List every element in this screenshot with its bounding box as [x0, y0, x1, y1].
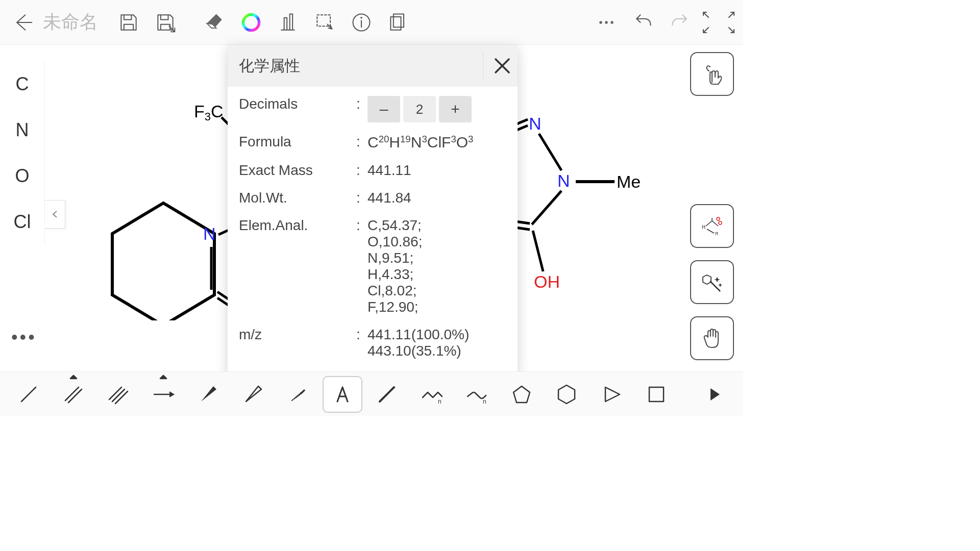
triangle-tool[interactable]: [589, 374, 634, 414]
hash-bond-tool[interactable]: [276, 374, 321, 414]
svg-line-29: [21, 387, 36, 402]
hollow-wedge-tool[interactable]: [231, 374, 276, 414]
atom-cl-button[interactable]: Cl: [0, 199, 45, 245]
svg-marker-28: [703, 275, 711, 284]
svg-marker-53: [710, 388, 720, 400]
svg-rect-20: [390, 17, 401, 30]
bottom-toolbar-next[interactable]: [692, 374, 737, 414]
elem-anal-label: Elem.Anal.: [239, 217, 356, 315]
formula-label: Formula: [239, 134, 356, 151]
svg-point-15: [243, 14, 259, 30]
info-button[interactable]: [343, 4, 380, 41]
copy-button[interactable]: [380, 4, 416, 41]
atom-n-button[interactable]: N: [0, 107, 45, 153]
svg-line-13: [533, 231, 543, 271]
eraser-button[interactable]: [196, 4, 233, 41]
wedge-bond-tool[interactable]: [186, 374, 231, 414]
formula-value: C20H19N3ClF3O3: [368, 134, 506, 151]
label-me: Me: [617, 172, 641, 191]
svg-point-21: [599, 21, 602, 24]
decimals-decrement[interactable]: –: [368, 96, 400, 122]
mz-value: 441.11(100.0%) 443.10(35.1%): [368, 327, 506, 359]
gesture-tool-button[interactable]: [690, 52, 734, 96]
single-bond-tool[interactable]: [6, 374, 51, 414]
decimals-stepper: – 2 +: [368, 96, 472, 122]
atom-palette: C N O Cl: [0, 61, 45, 245]
exact-mass-label: Exact Mass: [239, 162, 356, 179]
mol-wt-value: 441.84: [368, 190, 506, 206]
svg-rect-19: [394, 14, 404, 27]
chain-tool-2[interactable]: n: [454, 374, 499, 414]
svg-line-12: [516, 228, 530, 230]
color-picker-button[interactable]: [233, 4, 270, 41]
auto-style-button[interactable]: [690, 260, 734, 304]
atom-c-button[interactable]: C: [0, 61, 45, 107]
svg-marker-50: [558, 385, 575, 404]
svg-point-26: [719, 221, 722, 224]
svg-line-45: [301, 390, 304, 393]
svg-line-10: [532, 191, 561, 224]
decimals-increment[interactable]: +: [439, 96, 472, 122]
svg-point-18: [360, 17, 362, 19]
elem-anal-value: C,54.37; O,10.86; N,9.51; H,4.33; Cl,8.0…: [368, 217, 506, 315]
svg-text:n: n: [438, 398, 442, 405]
bond-tool-2[interactable]: [364, 374, 409, 414]
svg-line-11: [516, 221, 530, 223]
save-button[interactable]: [110, 4, 147, 41]
atom-o-button[interactable]: O: [0, 153, 45, 199]
pentagon-tool[interactable]: [499, 374, 544, 414]
svg-line-42: [294, 397, 296, 399]
svg-text:R: R: [715, 231, 719, 236]
exact-mass-value: 441.11: [368, 162, 506, 179]
svg-point-23: [610, 21, 614, 24]
decimals-value: 2: [403, 96, 436, 122]
atom-n-top: N: [529, 114, 542, 133]
triple-bond-tool[interactable]: [96, 374, 141, 414]
more-button[interactable]: [588, 4, 625, 41]
arrow-tool[interactable]: [141, 374, 186, 414]
mz-label: m/z: [239, 327, 356, 359]
undo-button[interactable]: [625, 4, 662, 41]
close-button[interactable]: [483, 52, 511, 80]
text-tool[interactable]: [323, 376, 362, 413]
document-title: 未命名: [43, 10, 98, 35]
decimals-label: Decimals: [239, 96, 356, 122]
panel-title: 化学属性: [239, 56, 483, 77]
atom-palette-more[interactable]: •••: [11, 327, 37, 348]
svg-marker-40: [246, 386, 261, 402]
align-button[interactable]: [270, 4, 306, 41]
svg-text:H: H: [702, 224, 705, 230]
svg-line-8: [539, 134, 561, 170]
bottom-toolbar: n n: [0, 371, 743, 416]
reaction-template-button[interactable]: HR: [690, 204, 734, 248]
chain-tool[interactable]: n: [409, 374, 454, 414]
svg-point-22: [605, 21, 608, 24]
svg-marker-1: [112, 203, 214, 320]
svg-marker-51: [605, 387, 620, 402]
svg-marker-36: [160, 375, 166, 379]
fullscreen-button[interactable]: [698, 11, 739, 34]
lasso-select-button[interactable]: [306, 4, 343, 41]
double-bond-tool[interactable]: [51, 374, 96, 414]
svg-line-46: [380, 387, 394, 402]
hexagon-tool[interactable]: [544, 374, 589, 414]
chemical-properties-panel: 化学属性 Decimals : – 2 + Formula : C20H19N3…: [228, 45, 518, 374]
svg-marker-39: [201, 386, 216, 402]
svg-point-25: [717, 217, 720, 220]
save-as-button[interactable]: [147, 4, 184, 41]
atom-n-mid: N: [557, 171, 570, 190]
back-button[interactable]: [4, 4, 41, 41]
top-toolbar: 未命名: [0, 0, 743, 45]
square-tool[interactable]: [634, 374, 679, 414]
svg-text:n: n: [483, 398, 486, 405]
pan-tool-button[interactable]: [690, 316, 734, 360]
label-f3c: F3C: [194, 102, 224, 123]
mol-wt-label: Mol.Wt.: [239, 190, 356, 206]
redo-button[interactable]: [662, 4, 698, 41]
svg-line-41: [292, 399, 293, 400]
atom-n-ring: N: [203, 224, 216, 243]
atom-palette-collapse[interactable]: [45, 200, 65, 229]
svg-marker-38: [169, 391, 175, 397]
label-oh: OH: [534, 272, 560, 291]
svg-rect-52: [649, 387, 664, 402]
